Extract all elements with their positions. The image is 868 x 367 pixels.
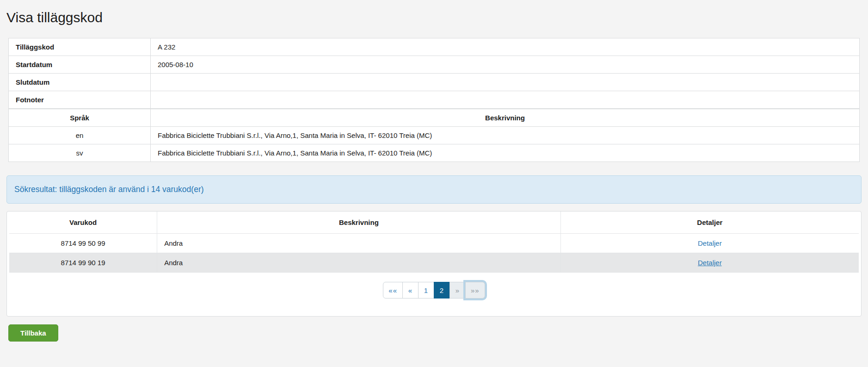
- search-result-banner: Sökresultat: tilläggskoden är använd i 1…: [6, 175, 862, 204]
- table-row: en Fabbrica Biciclette Trubbiani S.r.l.,…: [9, 127, 860, 144]
- descriptions-table: Språk Beskrivning en Fabbrica Biciclette…: [8, 109, 860, 162]
- table-row: Startdatum 2005-08-10: [9, 56, 860, 74]
- pagination: «« « 1 2 » »»: [9, 282, 859, 299]
- details-cell: Detaljer: [560, 253, 859, 273]
- goods-description-cell: Andra: [157, 253, 561, 273]
- detail-label-startdatum: Startdatum: [9, 56, 151, 74]
- pagination-first-button[interactable]: ««: [383, 282, 403, 299]
- table-row: Fotnoter: [9, 91, 860, 109]
- details-link[interactable]: Detaljer: [698, 259, 722, 267]
- pagination-last-button[interactable]: »»: [465, 282, 485, 299]
- detail-label-fotnoter: Fotnoter: [9, 91, 151, 109]
- details-cell: Detaljer: [560, 234, 859, 253]
- table-row: sv Fabbrica Biciclette Trubbiani S.r.l.,…: [9, 144, 860, 162]
- detail-label-tillaggskod: Tilläggskod: [9, 38, 151, 56]
- goods-code-cell: 8714 99 50 99: [9, 234, 157, 253]
- table-row: 8714 99 50 99 Andra Detaljer: [9, 234, 859, 253]
- additional-code-details-table: Tilläggskod A 232 Startdatum 2005-08-10 …: [8, 38, 860, 109]
- table-header-row: Varukod Beskrivning Detaljer: [9, 211, 859, 234]
- description-cell: Fabbrica Biciclette Trubbiani S.r.l., Vi…: [151, 127, 860, 144]
- table-row: Slutdatum: [9, 74, 860, 91]
- table-row: Tilläggskod A 232: [9, 38, 860, 56]
- column-header-beskrivning: Beskrivning: [151, 109, 860, 127]
- column-header-beskrivning: Beskrivning: [157, 211, 561, 234]
- detail-value-startdatum: 2005-08-10: [151, 56, 860, 74]
- details-link[interactable]: Detaljer: [698, 239, 722, 247]
- detail-value-fotnoter: [151, 91, 860, 109]
- column-header-sprak: Språk: [9, 109, 151, 127]
- detail-value-slutdatum: [151, 74, 860, 91]
- pagination-page-1-button[interactable]: 1: [418, 282, 434, 299]
- description-cell: Fabbrica Biciclette Trubbiani S.r.l., Vi…: [151, 144, 860, 162]
- detail-label-slutdatum: Slutdatum: [9, 74, 151, 91]
- results-panel: Varukod Beskrivning Detaljer 8714 99 50 …: [6, 211, 862, 317]
- detail-value-tillaggskod: A 232: [151, 38, 860, 56]
- pagination-page-2-button[interactable]: 2: [434, 282, 450, 299]
- page-title: Visa tilläggskod: [6, 9, 862, 26]
- table-row: 8714 99 90 19 Andra Detaljer: [9, 253, 859, 273]
- page: Visa tilläggskod Tilläggskod A 232 Start…: [0, 0, 868, 342]
- pagination-prev-button[interactable]: «: [402, 282, 419, 299]
- goods-code-cell: 8714 99 90 19: [9, 253, 157, 273]
- column-header-varukod: Varukod: [9, 211, 157, 234]
- back-button[interactable]: Tillbaka: [8, 324, 58, 342]
- table-header-row: Språk Beskrivning: [9, 109, 860, 127]
- language-cell: en: [9, 127, 151, 144]
- column-header-detaljer: Detaljer: [560, 211, 859, 234]
- goods-description-cell: Andra: [157, 234, 561, 253]
- language-cell: sv: [9, 144, 151, 162]
- results-table: Varukod Beskrivning Detaljer 8714 99 50 …: [9, 211, 859, 273]
- pagination-next-button[interactable]: »: [449, 282, 466, 299]
